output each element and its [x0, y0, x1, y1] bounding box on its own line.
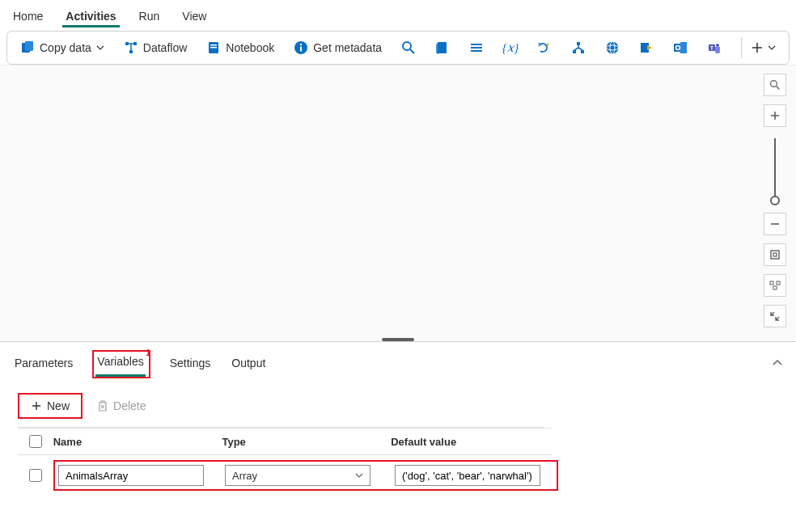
callout-variables-tab: Variables 1 — [92, 350, 150, 378]
pipeline-canvas[interactable] — [0, 65, 796, 341]
svg-line-12 — [410, 49, 414, 53]
plus-icon — [31, 400, 42, 412]
svg-rect-1 — [25, 41, 33, 51]
svg-point-21 — [607, 42, 619, 54]
delete-variable-button[interactable]: Delete — [97, 399, 146, 412]
set-variable-button[interactable]: {𝑥} — [497, 37, 524, 58]
get-metadata-label: Get metadata — [313, 41, 382, 54]
canvas-controls — [764, 74, 786, 327]
copy-data-label: Copy data — [40, 41, 91, 54]
variable-icon: {𝑥} — [503, 40, 518, 55]
zoom-slider[interactable] — [774, 138, 776, 201]
plus-icon — [752, 42, 763, 53]
svg-rect-15 — [471, 47, 482, 49]
svg-rect-20 — [581, 50, 584, 53]
variables-table: Name Type Default value Array — [0, 428, 796, 496]
new-variable-button[interactable]: New — [23, 396, 78, 416]
zoom-out-button[interactable] — [764, 213, 786, 235]
callout-new-button: New — [18, 393, 83, 419]
tab-view[interactable]: View — [179, 6, 210, 27]
svg-rect-9 — [300, 47, 302, 52]
list-icon — [469, 40, 484, 55]
panel-resize-handle[interactable] — [382, 338, 414, 341]
header-type[interactable]: Type — [222, 436, 391, 448]
top-tab-bar: Home Activities Run View — [0, 0, 796, 27]
branch-icon — [571, 40, 586, 55]
activity-toolbar: Copy data Dataflow Notebook Get metadata — [6, 31, 790, 65]
chevron-down-icon — [355, 471, 363, 479]
header-default-value[interactable]: Default value — [391, 436, 552, 448]
teams-button[interactable]: T — [701, 37, 728, 58]
toolbar-separator — [741, 37, 742, 58]
svg-rect-37 — [773, 286, 777, 289]
svg-rect-18 — [577, 42, 580, 45]
foreach-button[interactable] — [531, 37, 558, 58]
row-checkbox[interactable] — [29, 469, 42, 482]
web-button[interactable] — [599, 37, 626, 58]
get-metadata-button[interactable]: Get metadata — [287, 37, 388, 58]
dataflow-button[interactable]: Dataflow — [117, 37, 193, 58]
callout-number-1: 1 — [146, 348, 150, 357]
table-row: Array — [18, 455, 778, 496]
svg-point-31 — [771, 81, 777, 87]
invoke-icon — [639, 40, 654, 55]
tab-home[interactable]: Home — [10, 6, 46, 27]
zoom-slider-thumb[interactable] — [770, 196, 780, 205]
svg-rect-13 — [438, 42, 447, 53]
notebook-label: Notebook — [226, 41, 274, 54]
foreach-icon — [537, 40, 552, 55]
table-header-row: Name Type Default value — [18, 428, 552, 455]
variable-type-select[interactable]: Array — [225, 465, 370, 486]
notebook-button[interactable]: Notebook — [200, 37, 281, 58]
svg-rect-34 — [773, 253, 777, 256]
svg-rect-35 — [770, 281, 773, 285]
tab-activities[interactable]: Activities — [62, 6, 119, 27]
tab-run[interactable]: Run — [136, 6, 163, 27]
info-icon — [294, 40, 308, 55]
svg-rect-33 — [771, 251, 779, 259]
variable-name-input[interactable] — [58, 465, 204, 486]
chevron-down-icon — [768, 44, 776, 52]
variable-default-value-input[interactable] — [395, 465, 540, 486]
svg-line-32 — [777, 87, 780, 90]
office365-button[interactable] — [667, 37, 694, 58]
collapse-panel-button[interactable] — [772, 357, 783, 371]
tab-parameters[interactable]: Parameters — [13, 353, 74, 376]
script-button[interactable] — [429, 37, 456, 58]
invoke-pipeline-button[interactable] — [633, 37, 660, 58]
chevron-down-icon — [96, 44, 104, 52]
callout-variable-row: Array — [53, 460, 558, 491]
search-icon — [401, 40, 416, 55]
if-condition-button[interactable] — [565, 37, 592, 58]
trash-icon — [97, 399, 108, 412]
header-name[interactable]: Name — [53, 436, 222, 448]
svg-point-29 — [716, 44, 719, 47]
svg-rect-6 — [210, 44, 217, 46]
dataflow-icon — [124, 40, 138, 55]
tab-output[interactable]: Output — [230, 353, 267, 376]
svg-rect-14 — [471, 44, 482, 45]
search-activity-button[interactable] — [395, 37, 422, 58]
minimize-canvas-button[interactable] — [764, 305, 786, 327]
outlook-icon — [673, 40, 688, 55]
svg-rect-7 — [210, 47, 217, 49]
globe-icon — [605, 40, 620, 55]
copy-data-button[interactable]: Copy data — [14, 37, 111, 58]
svg-rect-19 — [573, 50, 576, 53]
tab-variables[interactable]: Variables — [95, 352, 145, 377]
tab-settings[interactable]: Settings — [168, 353, 213, 376]
fit-to-screen-button[interactable] — [764, 243, 786, 266]
select-all-checkbox[interactable] — [29, 435, 42, 448]
svg-text:T: T — [710, 45, 714, 51]
add-activity-button[interactable] — [745, 39, 782, 57]
svg-point-10 — [300, 44, 302, 45]
dataflow-label: Dataflow — [143, 41, 187, 54]
copy-data-icon — [20, 40, 35, 55]
canvas-search-button[interactable] — [764, 74, 786, 96]
properties-panel: Parameters Variables 1 Settings Output N… — [0, 341, 796, 496]
svg-rect-26 — [680, 42, 687, 53]
auto-align-button[interactable] — [764, 274, 786, 297]
svg-point-11 — [403, 42, 411, 50]
zoom-in-button[interactable] — [764, 104, 786, 127]
stored-procedure-button[interactable] — [463, 37, 490, 58]
